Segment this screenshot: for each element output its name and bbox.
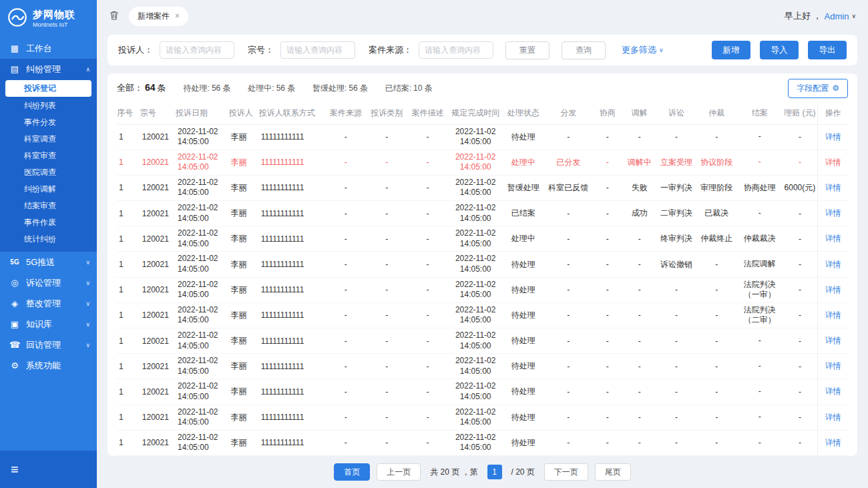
table-cell: 2022-11-02 14:05:00 <box>176 430 229 455</box>
prev-page-button[interactable]: 上一页 <box>377 463 421 481</box>
chevron-down-icon: ∨ <box>85 321 90 328</box>
field-config-button[interactable]: 字段配置 ⚙ <box>788 79 848 98</box>
table-cell: - <box>592 328 622 354</box>
more-filters-link[interactable]: 更多筛选 ∨ <box>622 44 664 56</box>
detail-link[interactable]: 详情 <box>825 234 841 243</box>
table-cell: - <box>783 226 818 252</box>
table-cell: - <box>545 226 593 252</box>
sidebar-item-label: 5G推送 <box>26 256 79 268</box>
tab-close-icon[interactable]: × <box>175 11 180 21</box>
import-button[interactable]: 导入 <box>760 41 799 59</box>
table-cell: - <box>737 354 783 379</box>
sidebar-subitem[interactable]: 医院调查 <box>0 164 97 181</box>
sidebar-item-knowledge[interactable]: ▣知识库∨ <box>0 314 97 334</box>
table-cell: - <box>622 354 656 379</box>
table-cell: 2022-11-02 14:05:00 <box>449 226 502 252</box>
table-cell: - <box>592 354 622 379</box>
table-row: 11200212022-11-02 14:05:00李丽11111111111-… <box>117 379 848 405</box>
table-cell: 1 <box>117 302 140 328</box>
more-filters-label: 更多筛选 <box>622 44 656 56</box>
sidebar-subitem[interactable]: 投诉登记 <box>5 80 91 97</box>
sidebar-subitem[interactable]: 事件分发 <box>0 114 97 131</box>
sidebar-subitem[interactable]: 纠纷调解 <box>0 181 97 198</box>
operation-cell: 详情 <box>818 379 848 405</box>
sidebar-subitem[interactable]: 科室审查 <box>0 148 97 164</box>
table-cell: 李丽 <box>229 175 259 200</box>
last-page-button[interactable]: 尾页 <box>595 463 631 481</box>
sidebar-item-5g-push[interactable]: 5G5G推送∨ <box>0 252 97 272</box>
table-cell: 2022-11-02 14:05:00 <box>176 175 229 200</box>
detail-link[interactable]: 详情 <box>825 183 841 192</box>
column-header: 调解 <box>622 103 656 124</box>
sidebar-subitem[interactable]: 科室调查 <box>0 131 97 148</box>
sidebar-item-workbench[interactable]: ▦工作台 <box>0 38 97 59</box>
reset-button[interactable]: 重置 <box>505 41 550 59</box>
detail-link[interactable]: 详情 <box>825 413 841 422</box>
table-cell: - <box>324 175 367 200</box>
case-source-input[interactable] <box>419 41 493 59</box>
sidebar-item-followup[interactable]: ☎回访管理∨ <box>0 334 97 355</box>
export-button[interactable]: 导出 <box>808 41 847 59</box>
table-cell: 已裁决 <box>696 201 737 226</box>
column-header: 案件描述 <box>407 103 449 124</box>
detail-link[interactable]: 详情 <box>825 208 841 218</box>
table-cell: 120021 <box>140 201 176 226</box>
column-header: 案件来源 <box>324 103 367 124</box>
complainant-input[interactable] <box>160 41 234 59</box>
sidebar-subitem[interactable]: 统计纠纷 <box>0 231 97 248</box>
table-cell: - <box>696 354 737 379</box>
detail-link[interactable]: 详情 <box>825 361 841 371</box>
add-button[interactable]: 新增 <box>712 41 750 59</box>
table-cell: 2022-11-02 14:05:00 <box>449 201 502 226</box>
case-no-input[interactable] <box>280 41 355 59</box>
trash-button[interactable] <box>109 10 120 23</box>
table-cell: 科室已反馈 <box>545 175 593 200</box>
table-cell: 审理阶段 <box>696 175 737 200</box>
sidebar-item-litigation[interactable]: ◎诉讼管理∨ <box>0 272 97 293</box>
detail-link[interactable]: 详情 <box>825 438 841 447</box>
column-header: 分发 <box>545 103 593 124</box>
first-page-button[interactable]: 首页 <box>334 463 370 481</box>
table-cell: - <box>407 175 449 200</box>
brand-subtitle: Montnets IoT <box>33 21 75 28</box>
detail-link[interactable]: 详情 <box>825 285 841 294</box>
table-cell: - <box>367 277 406 302</box>
table-cell: - <box>696 328 737 354</box>
sidebar-item-rectify[interactable]: ◈整改管理∨ <box>0 293 97 314</box>
column-header: 规定完成时间 <box>449 103 502 124</box>
table-cell: 120021 <box>140 150 176 175</box>
chevron-up-icon: ∧ <box>85 66 90 73</box>
sidebar-item-system[interactable]: ⚙系统功能 <box>0 355 97 376</box>
table-cell: 2022-11-02 14:05:00 <box>176 277 229 302</box>
table-cell: - <box>737 201 783 226</box>
username[interactable]: Admin <box>825 11 849 21</box>
chevron-down-icon: ∨ <box>85 280 90 286</box>
detail-link[interactable]: 详情 <box>825 310 841 320</box>
detail-link[interactable]: 详情 <box>825 336 841 345</box>
table-cell: 11111111111 <box>259 354 324 379</box>
detail-link[interactable]: 详情 <box>825 387 841 396</box>
current-page[interactable]: 1 <box>487 465 502 479</box>
table-cell: - <box>324 430 367 455</box>
next-page-button[interactable]: 下一页 <box>544 463 588 481</box>
detail-link[interactable]: 详情 <box>825 132 841 142</box>
sidebar-collapse-button[interactable]: ≡ <box>11 462 19 477</box>
sidebar-item-label: 工作台 <box>26 43 90 55</box>
sidebar-item-dispute[interactable]: ▤纠纷管理∧ <box>0 59 97 79</box>
tab-new-case[interactable]: 新增案件 × <box>129 7 188 26</box>
sidebar-subitem[interactable]: 结案审查 <box>0 198 97 214</box>
user-menu[interactable]: 早上好 ， Admin ∨ <box>785 10 856 22</box>
table-cell: 待处理 <box>502 405 544 430</box>
sidebar-subitem[interactable]: 纠纷列表 <box>0 97 97 114</box>
table-cell: - <box>545 302 593 328</box>
chevron-down-icon: ∨ <box>85 342 90 348</box>
table-cell: - <box>737 379 783 405</box>
table-cell: - <box>592 124 622 150</box>
detail-link[interactable]: 详情 <box>825 260 841 269</box>
table-cell: - <box>783 201 818 226</box>
table-cell: 2022-11-02 14:05:00 <box>176 354 229 379</box>
detail-link[interactable]: 详情 <box>825 158 841 167</box>
page-info-before: 共 20 页 ，第 <box>430 467 477 478</box>
search-button[interactable]: 查询 <box>562 41 606 59</box>
sidebar-subitem[interactable]: 事件作废 <box>0 214 97 231</box>
